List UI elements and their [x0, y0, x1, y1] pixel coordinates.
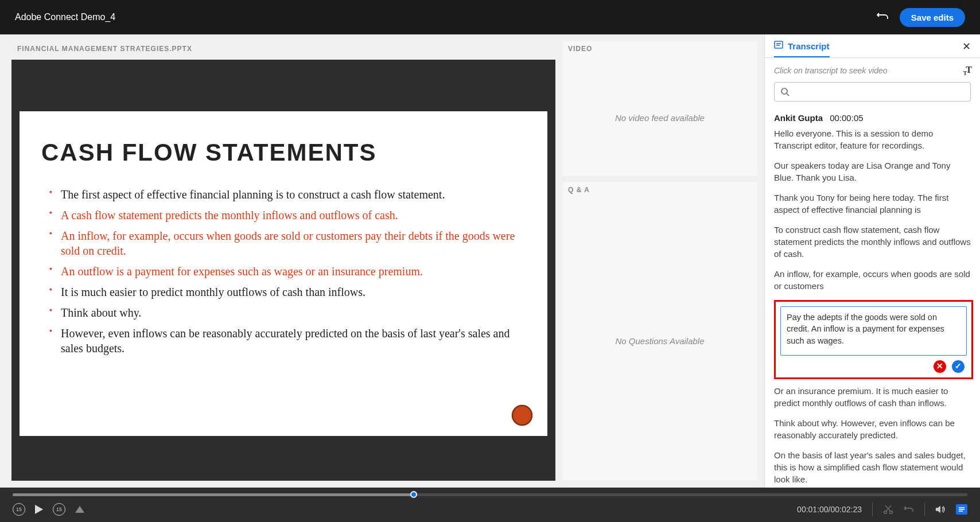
- slide-container: CASH FLOW STATEMENTS The first aspect of…: [11, 60, 555, 481]
- playback-track[interactable]: [13, 493, 967, 496]
- header-actions: Save edits: [877, 8, 965, 27]
- close-icon[interactable]: ✕: [962, 40, 971, 57]
- speaker-timestamp: 00:00:05: [830, 113, 863, 123]
- main-area: FINANCIAL MANAGEMENT STRATEGIES.PPTX CAS…: [0, 34, 980, 488]
- playback-controls-right: 00:01:00/00:02:23: [797, 502, 967, 516]
- skip-forward-button[interactable]: 15: [53, 503, 65, 516]
- playback-bar: 15 15 00:01:00/00:02:23: [0, 488, 980, 522]
- transcript-segment[interactable]: Or an insurance premium. It is much easi…: [774, 385, 978, 409]
- transcript-hint-row: Click on transcript to seek video TT: [765, 58, 980, 82]
- transcript-speaker: Ankit Gupta 00:00:05: [774, 112, 978, 124]
- transcript-edit-actions: ✕ ✓: [780, 360, 967, 373]
- svg-marker-11: [936, 506, 940, 513]
- svg-point-8: [890, 511, 893, 514]
- undo-icon[interactable]: [877, 11, 889, 23]
- transcript-hint: Click on transcript to seek video: [774, 66, 888, 75]
- font-size-icon[interactable]: TT: [963, 65, 971, 76]
- playback-time: 00:01:00/00:02:23: [797, 505, 862, 514]
- qa-placeholder: No Questions Available: [562, 201, 757, 481]
- playback-controls-left: 15 15: [13, 503, 85, 516]
- transcript-panel: Transcript ✕ Click on transcript to seek…: [764, 34, 980, 488]
- transcript-search[interactable]: [774, 82, 971, 102]
- volume-icon[interactable]: [935, 504, 946, 515]
- search-icon: [780, 87, 790, 96]
- svg-point-3: [781, 88, 787, 94]
- confirm-edit-button[interactable]: ✓: [952, 360, 965, 373]
- slide-bullet: An outflow is a payment for expenses suc…: [49, 264, 532, 279]
- app-title: Adobe Connect Demo_4: [15, 12, 115, 22]
- transcript-edit-input[interactable]: Pay the adepts if the goods were sold on…: [780, 306, 967, 356]
- transcript-header: Transcript ✕: [765, 34, 980, 57]
- svg-line-4: [787, 94, 789, 96]
- video-pane: VIDEO No video feed available: [562, 41, 757, 176]
- playback-thumb[interactable]: [410, 491, 417, 498]
- transcript-body[interactable]: Ankit Gupta 00:00:05 Hello everyone. Thi…: [765, 108, 980, 488]
- video-label: VIDEO: [562, 41, 757, 60]
- transcript-segments: Hello everyone. This is a session to dem…: [774, 127, 978, 292]
- save-edits-button[interactable]: Save edits: [900, 8, 965, 27]
- slide-file-label: FINANCIAL MANAGEMENT STRATEGIES.PPTX: [11, 41, 555, 60]
- skip-back-button[interactable]: 15: [13, 503, 25, 516]
- transcript-search-row: [765, 82, 980, 108]
- transcript-segment[interactable]: Thank you Tony for being here today. The…: [774, 192, 978, 216]
- revert-icon[interactable]: [904, 504, 914, 515]
- transcript-tab[interactable]: Transcript: [774, 41, 830, 57]
- svg-point-7: [884, 511, 887, 514]
- slide-bullet: It is much easier to predict monthly out…: [49, 285, 532, 299]
- divider: [924, 502, 925, 516]
- qa-pane: Q & A No Questions Available: [562, 182, 757, 481]
- transcript-segment[interactable]: To construct cash flow statement, cash f…: [774, 224, 978, 260]
- svg-marker-6: [75, 506, 84, 513]
- slide-bullet: Think about why.: [49, 305, 532, 320]
- transcript-segment[interactable]: Our speakers today are Lisa Orange and T…: [774, 159, 978, 184]
- play-button[interactable]: [34, 504, 44, 515]
- divider: [872, 502, 873, 516]
- slide-title: CASH FLOW STATEMENTS: [41, 139, 532, 166]
- svg-line-9: [886, 505, 892, 511]
- slide-bullet: A cash flow statement predicts the month…: [49, 208, 532, 223]
- cut-icon[interactable]: [883, 504, 893, 515]
- side-column: VIDEO No video feed available Q & A No Q…: [555, 34, 764, 488]
- slide-stamp-icon: [512, 405, 532, 426]
- svg-rect-0: [775, 41, 783, 48]
- slide-bullet-list: The first aspect of effective financial …: [41, 187, 532, 356]
- qa-label: Q & A: [562, 182, 757, 201]
- slide-bullet: An inflow, for example, occurs when good…: [49, 228, 532, 258]
- speaker-name: Ankit Gupta: [774, 113, 823, 123]
- app-header: Adobe Connect Demo_4 Save edits: [0, 0, 980, 34]
- transcript-toggle-icon[interactable]: [956, 504, 967, 515]
- playback-controls: 15 15 00:01:00/00:02:23: [0, 502, 980, 522]
- svg-marker-5: [35, 505, 43, 514]
- playback-progress: [13, 493, 414, 496]
- marker-icon[interactable]: [75, 505, 85, 513]
- transcript-icon: [774, 41, 783, 52]
- transcript-tab-label: Transcript: [788, 41, 830, 51]
- transcript-segment[interactable]: An inflow, for example, occurs when good…: [774, 268, 978, 292]
- slide-content: CASH FLOW STATEMENTS The first aspect of…: [20, 111, 547, 436]
- transcript-segment[interactable]: Think about why. However, even inflows c…: [774, 417, 978, 441]
- slide-bullet: However, even inflows can be reasonably …: [49, 326, 532, 356]
- video-placeholder: No video feed available: [562, 60, 757, 176]
- transcript-segment[interactable]: On the basis of last year's sales and sa…: [774, 449, 978, 485]
- slide-column: FINANCIAL MANAGEMENT STRATEGIES.PPTX CAS…: [0, 34, 555, 488]
- cancel-edit-button[interactable]: ✕: [934, 360, 946, 373]
- slide-bullet: The first aspect of effective financial …: [49, 187, 532, 202]
- transcript-segment[interactable]: Hello everyone. This is a session to dem…: [774, 127, 978, 151]
- transcript-search-input[interactable]: [794, 87, 965, 96]
- transcript-edit-highlight: Pay the adepts if the goods were sold on…: [774, 300, 973, 379]
- svg-line-10: [885, 505, 890, 511]
- transcript-segments-after: Or an insurance premium. It is much easi…: [774, 385, 978, 488]
